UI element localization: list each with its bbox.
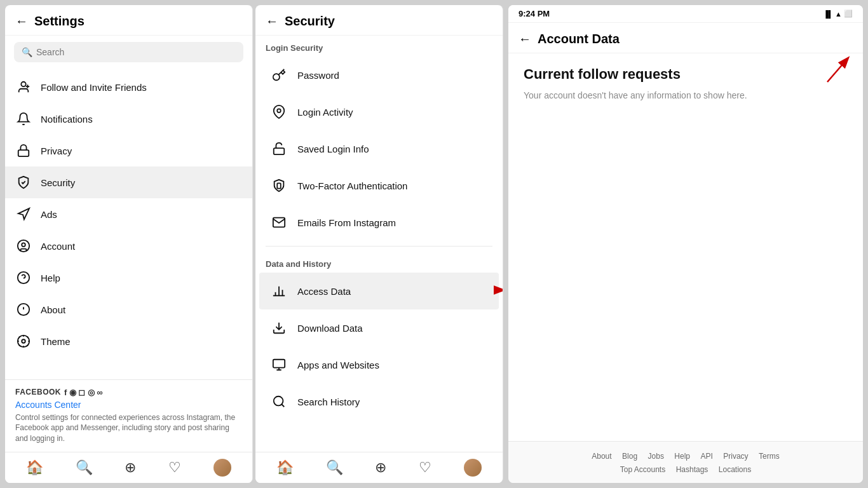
footer-row-1: About Blog Jobs Help API Privacy Terms <box>519 450 853 461</box>
svg-rect-23 <box>273 360 285 368</box>
sidebar-item-theme[interactable]: Theme <box>5 325 252 357</box>
footer-top-accounts-link[interactable]: Top Accounts <box>620 465 665 474</box>
whatsapp-icon: ◎ <box>88 388 95 397</box>
account-data-panel: 9:24 PM ▐▌ ▲ ⬜ ← Account Data Current fo… <box>508 5 863 483</box>
nav2-avatar[interactable] <box>464 459 482 477</box>
password-label: Password <box>297 70 339 81</box>
nav-add-icon[interactable]: ⊕ <box>125 459 136 476</box>
svg-rect-3 <box>18 150 29 156</box>
sidebar-item-notifications[interactable]: Notifications <box>5 103 252 135</box>
account-data-back-button[interactable]: ← <box>519 32 531 46</box>
wifi-icon: ▲ <box>835 10 842 18</box>
nav2-heart-icon[interactable]: ♡ <box>419 459 431 476</box>
security-item-search-history[interactable]: Search History <box>259 383 499 420</box>
meta-icon: ∞ <box>97 388 103 397</box>
sidebar-item-about[interactable]: About <box>5 294 252 325</box>
info-circle-icon <box>15 301 32 318</box>
facebook-messenger-icon: ◉ <box>69 388 77 397</box>
footer-api-link[interactable]: API <box>700 452 712 461</box>
footer-terms-link[interactable]: Terms <box>759 452 780 461</box>
footer-locations-link[interactable]: Locations <box>719 465 751 474</box>
svg-point-26 <box>274 396 283 406</box>
footer-blog-link[interactable]: Blog <box>622 452 637 461</box>
security-item-emails[interactable]: Emails From Instagram <box>259 204 499 241</box>
footer-links: About Blog Jobs Help API Privacy Terms T… <box>508 441 863 483</box>
signal-icon: ▐▌ <box>824 10 834 18</box>
account-label: Account <box>41 241 75 252</box>
svg-point-13 <box>22 339 25 343</box>
svg-line-27 <box>281 404 284 407</box>
svg-point-6 <box>22 243 25 247</box>
facebook-description: Control settings for connected experienc… <box>15 412 242 444</box>
sidebar-item-help[interactable]: Help <box>5 262 252 294</box>
nav-home-icon[interactable]: 🏠 <box>26 459 43 476</box>
security-item-apps-websites[interactable]: Apps and Websites <box>259 346 499 383</box>
shield-check-icon <box>15 174 32 191</box>
shield-phone-icon <box>269 176 288 195</box>
status-time: 9:24 PM <box>519 9 820 18</box>
theme-label: Theme <box>41 336 71 347</box>
sidebar-item-privacy[interactable]: Privacy <box>5 135 252 166</box>
left-bottom-nav: 🏠 🔍 ⊕ ♡ <box>5 452 252 483</box>
bell-icon <box>15 111 32 127</box>
key-icon <box>269 65 288 85</box>
help-label: Help <box>41 273 60 283</box>
lock-icon <box>15 142 32 159</box>
footer-row-2: Top Accounts Hashtags Locations <box>519 463 853 475</box>
sidebar-item-account[interactable]: Account <box>5 230 252 262</box>
divider <box>266 246 492 247</box>
paint-icon <box>15 333 32 349</box>
security-label: Security <box>41 177 75 188</box>
security-panel: ← Security Login Security Password Login… <box>255 5 503 483</box>
security-item-login-activity[interactable]: Login Activity <box>259 93 499 130</box>
footer-help-link[interactable]: Help <box>674 452 690 461</box>
security-item-download-data[interactable]: Download Data <box>259 309 499 346</box>
download-data-label: Download Data <box>297 323 363 334</box>
nav-heart-icon[interactable]: ♡ <box>168 459 181 476</box>
saved-login-label: Saved Login Info <box>297 144 369 154</box>
search-history-label: Search History <box>297 396 360 407</box>
access-data-label: Access Data <box>297 286 351 297</box>
account-data-title: Account Data <box>538 32 620 46</box>
monitor-icon <box>269 355 288 374</box>
security-item-two-factor[interactable]: Two-Factor Authentication <box>259 167 499 204</box>
status-icons: ▐▌ ▲ ⬜ <box>824 10 853 18</box>
search-icon: 🔍 <box>22 47 32 57</box>
accounts-center-link[interactable]: Accounts Center <box>15 400 242 410</box>
security-item-saved-login[interactable]: Saved Login Info <box>259 130 499 167</box>
footer-about-link[interactable]: About <box>592 452 611 461</box>
nav-avatar[interactable] <box>214 459 231 477</box>
sidebar-item-follow[interactable]: Follow and Invite Friends <box>5 71 252 103</box>
security-item-access-data[interactable]: Access Data <box>259 273 499 309</box>
nav2-home-icon[interactable]: 🏠 <box>276 459 294 476</box>
footer-privacy-link[interactable]: Privacy <box>723 452 748 461</box>
about-label: About <box>41 304 65 315</box>
nav-search-icon[interactable]: 🔍 <box>76 459 93 476</box>
person-circle-icon <box>15 238 32 254</box>
facebook-label: FACEBOOK f ◉ ◻ ◎ ∞ <box>15 388 242 397</box>
sidebar-item-security[interactable]: Security <box>5 166 252 198</box>
emails-label: Emails From Instagram <box>297 217 396 228</box>
security-back-button[interactable]: ← <box>266 14 278 29</box>
sidebar-item-ads[interactable]: Ads <box>5 198 252 230</box>
settings-header: ← Settings <box>5 5 252 36</box>
account-data-content: Current follow requests Your account doe… <box>508 53 863 441</box>
middle-bottom-nav: 🏠 🔍 ⊕ ♡ <box>255 452 503 483</box>
login-activity-label: Login Activity <box>297 107 353 118</box>
privacy-label: Privacy <box>41 146 72 156</box>
search-input[interactable] <box>36 47 236 57</box>
follow-requests-desc: Your account doesn't have any informatio… <box>524 89 848 102</box>
nav2-search-icon[interactable]: 🔍 <box>326 459 343 476</box>
facebook-social-icons: f ◉ ◻ ◎ ∞ <box>64 388 103 397</box>
access-data-arrow-annotation <box>502 283 503 300</box>
footer-hashtags-link[interactable]: Hashtags <box>676 465 709 474</box>
apps-websites-label: Apps and Websites <box>297 360 379 370</box>
data-history-label: Data and History <box>255 252 503 273</box>
nav2-add-icon[interactable]: ⊕ <box>375 459 386 476</box>
lock-open-icon <box>269 139 288 158</box>
security-item-password[interactable]: Password <box>259 57 499 93</box>
ads-label: Ads <box>41 209 57 220</box>
settings-back-button[interactable]: ← <box>15 14 28 29</box>
location-pin-icon <box>269 102 288 121</box>
footer-jobs-link[interactable]: Jobs <box>648 452 664 461</box>
